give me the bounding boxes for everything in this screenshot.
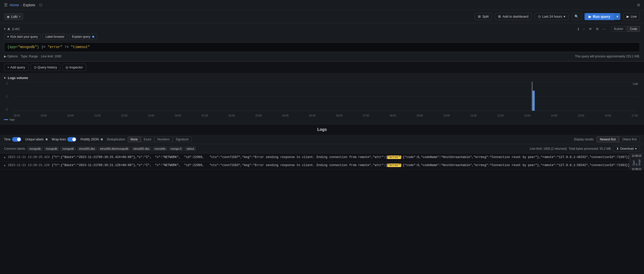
- split-button[interactable]: ⊞ Split: [475, 13, 492, 20]
- query-duplicate-button[interactable]: ⧉: [595, 26, 600, 31]
- query-label: A: [8, 27, 10, 31]
- dedup-exact-button[interactable]: Exact: [141, 137, 154, 142]
- add-icon: +: [7, 65, 9, 69]
- query-history-button[interactable]: ◷ Query history: [30, 64, 60, 71]
- window-control[interactable]: ⊟: [637, 3, 640, 7]
- prettify-json-label: Prettify JSON: [80, 138, 99, 141]
- label-tag-mongodb2[interactable]: mongodb: [44, 147, 59, 151]
- inspector-icon: ◎: [66, 65, 68, 69]
- time-caret-icon: ▾: [564, 15, 565, 18]
- logs-controls-left: Time Unique labels Wrap lines Prettify J…: [4, 137, 570, 142]
- explain-dot: [92, 36, 94, 38]
- dedup-signature-button[interactable]: Signature: [173, 137, 191, 142]
- share-icon[interactable]: ⬡: [39, 3, 42, 7]
- x-label-22: 22:00: [121, 114, 127, 117]
- builder-mode-button[interactable]: Builder: [611, 26, 626, 32]
- x-label-16: 16:00: [605, 114, 611, 117]
- run-query-label: Run query: [593, 15, 610, 19]
- query-op1: |=: [39, 45, 48, 49]
- grid-line-bottom: [14, 111, 638, 111]
- header-controls: ⊞ Split ⊞ Add to dashboard ◷ Last 24 hou…: [475, 13, 640, 20]
- x-label-04: 04:00: [282, 114, 288, 117]
- search-zoom-button[interactable]: 🔍: [572, 13, 582, 20]
- time-picker-button[interactable]: ◷ Last 24 hours ▾: [535, 13, 569, 20]
- unique-labels-info-icon: [46, 138, 48, 140]
- unique-labels-control: Unique labels: [25, 138, 48, 141]
- label-tag-microk8s[interactable]: microk8s: [153, 147, 167, 151]
- query-collapse-button[interactable]: ▾: [4, 27, 6, 31]
- chart-section-header[interactable]: ▾ Logs volume: [4, 76, 640, 80]
- unique-labels-label: Unique labels: [25, 138, 44, 141]
- inspector-button[interactable]: ◎ Inspector: [62, 64, 86, 71]
- download-caret-icon: ▾: [635, 147, 637, 150]
- download-button[interactable]: ⬇ Download ▾: [613, 146, 640, 152]
- query-share-button[interactable]: ↑: [582, 27, 586, 31]
- log-entry-1[interactable]: ▶ 2023-11-21 13:38:25.424 {"t":{"$date":…: [0, 153, 644, 162]
- datasource-picker[interactable]: ◈ Loki ▾: [4, 13, 23, 20]
- label-browser-button[interactable]: Label browser: [43, 34, 67, 40]
- x-label-12: 12:00: [497, 114, 504, 117]
- chart-collapse-icon: ▾: [4, 76, 6, 80]
- wrap-lines-toggle[interactable]: [67, 137, 76, 142]
- query-action-buttons-row: ✦ Kick start your query Label browser Ex…: [0, 33, 644, 41]
- dashboard-icon: ⊞: [498, 15, 501, 18]
- grid-line-mid: [14, 96, 638, 97]
- log-entry-2[interactable]: ▶ 2023-11-21 13:38:21.126 {"t":{"$date":…: [0, 162, 644, 170]
- dedup-none-button[interactable]: None: [128, 137, 141, 142]
- run-query-caret-button[interactable]: ▾: [614, 13, 620, 20]
- time-range-label: Last 24 hours: [542, 15, 562, 18]
- run-query-group: ▶ Run query ▾: [585, 13, 620, 20]
- options-toggle-button[interactable]: ▶ Options: [4, 55, 18, 58]
- deduplication-label: Deduplication: [107, 138, 125, 141]
- top-nav: ☰ Home › Explore ⬡ ⊟: [0, 0, 644, 10]
- label-tag-mongodb3[interactable]: mongodb: [60, 147, 76, 151]
- hamburger-icon[interactable]: ☰: [4, 3, 8, 7]
- label-tag-elma365-dbs2[interactable]: elma365-dbs: [132, 147, 151, 151]
- chart-container: 2 1 0 Loki 18:00 19:00 20:00 21:00 22:00…: [6, 82, 638, 117]
- oldest-first-button[interactable]: Oldest first: [619, 136, 640, 142]
- add-query-button[interactable]: + Add query: [4, 64, 28, 71]
- y-label-2: 2: [6, 82, 11, 85]
- run-query-button[interactable]: ▶ Run query: [585, 13, 614, 20]
- prettify-info-icon: [101, 138, 103, 140]
- query-eye-button[interactable]: 👁: [587, 27, 594, 31]
- code-mode-button[interactable]: Code: [627, 26, 640, 32]
- download-label: Download: [620, 147, 634, 150]
- time-toggle[interactable]: [12, 137, 21, 142]
- wrap-lines-label: Wrap lines: [52, 138, 66, 141]
- label-tag-stdout[interactable]: stdout: [185, 147, 196, 151]
- common-labels-label: Common labels:: [4, 147, 26, 150]
- time-label: Time: [4, 138, 11, 141]
- breadcrumb-home[interactable]: Home: [10, 3, 19, 7]
- live-label: Live: [631, 15, 637, 18]
- label-tag-mongo0[interactable]: mongo-0: [169, 147, 183, 151]
- live-button[interactable]: ▶ Live: [623, 13, 640, 20]
- chart-area[interactable]: Loki: [14, 82, 638, 111]
- x-label-09: 09:00: [417, 114, 423, 117]
- newest-first-button[interactable]: Newest first: [597, 136, 619, 142]
- label-tag-elma365-dbs[interactable]: elma365-dbs: [77, 147, 97, 151]
- add-to-dashboard-button[interactable]: ⊞ Add to dashboard: [495, 13, 532, 20]
- kickstart-icon: ✦: [7, 35, 9, 38]
- breadcrumb-separator: ›: [20, 3, 22, 7]
- sort-options-group: Newest first Oldest first: [597, 136, 640, 142]
- legend-color: [4, 119, 8, 120]
- query-input-display[interactable]: {app="mongodb"} |= "error" != "timeout": [4, 42, 640, 52]
- x-label-07: 07:00: [363, 114, 369, 117]
- loki-icon: ◈: [7, 15, 10, 19]
- kickstart-button[interactable]: ✦ Kick start your query: [4, 34, 41, 40]
- x-label-02: 02:00: [229, 114, 235, 117]
- breadcrumb-explore[interactable]: Explore: [23, 3, 35, 7]
- bytes-info: Total bytes processed: 55.2 MB: [569, 147, 611, 150]
- log-expand-2[interactable]: ▶: [4, 163, 6, 168]
- y-label-0: 0: [6, 108, 11, 111]
- label-tag-mongodb1[interactable]: mongodb: [27, 147, 43, 151]
- log-expand-1[interactable]: ▶: [4, 155, 6, 160]
- query-attr2: }: [37, 45, 39, 49]
- explain-query-button[interactable]: Explain query: [69, 34, 97, 40]
- dedup-numbers-button[interactable]: Numbers: [155, 137, 173, 142]
- x-label-19: 19:00: [41, 114, 47, 117]
- label-tag-elma365-dbs-mongodb[interactable]: elma365-dbs/mongodb: [98, 147, 130, 151]
- query-remove-button[interactable]: ⋯: [601, 27, 607, 31]
- query-info-button[interactable]: ℹ: [576, 27, 581, 31]
